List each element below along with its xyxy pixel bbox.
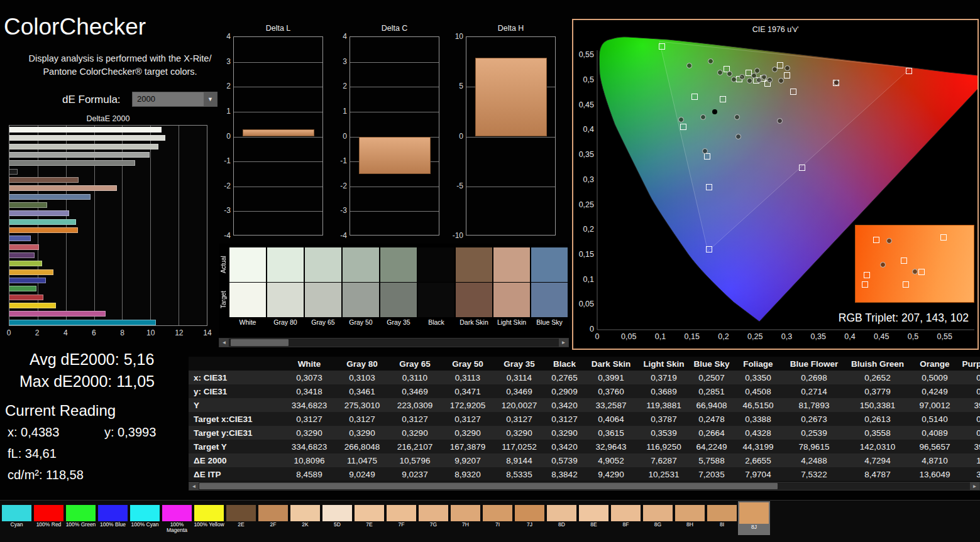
patch-strip-scrollbar[interactable]: ◄► bbox=[219, 338, 569, 347]
pattern-tile-100-blue[interactable]: 100% Blue bbox=[97, 504, 129, 535]
delta-bar bbox=[475, 58, 547, 136]
tile-label: 8D bbox=[546, 522, 578, 528]
table-row: x: CIE310,30730,31030,31100,31130,31140,… bbox=[189, 371, 980, 384]
pattern-tile-cyan[interactable]: Cyan bbox=[1, 504, 33, 535]
inset-target-point bbox=[940, 234, 947, 241]
pattern-tile-2k[interactable]: 2K bbox=[289, 504, 321, 535]
description-text: Display analysis is performed with the X… bbox=[18, 52, 223, 79]
patch-cell[interactable]: Black bbox=[418, 247, 454, 327]
target-point bbox=[777, 62, 783, 68]
scroll-left-arrow[interactable]: ◄ bbox=[219, 339, 229, 347]
deltae-bar bbox=[9, 127, 162, 133]
pattern-tile-8f[interactable]: 8F bbox=[610, 504, 642, 535]
pattern-tile-8e[interactable]: 8E bbox=[578, 504, 610, 535]
target-swatch bbox=[493, 283, 530, 317]
table-cell: 78,9615 bbox=[783, 440, 845, 453]
table-scrollbar[interactable]: ◄► bbox=[189, 482, 980, 491]
axis-tick-label: 10 bbox=[448, 32, 463, 41]
table-cell: 39,7741 bbox=[959, 398, 980, 412]
deltae-bar bbox=[9, 185, 117, 191]
patch-label: Gray 80 bbox=[267, 318, 304, 327]
table-row: Target Y334,6823266,8048216,2107167,3879… bbox=[189, 440, 980, 453]
pattern-tile-100-red[interactable]: 100% Red bbox=[33, 504, 65, 535]
tile-label: 100% Yellow bbox=[193, 522, 225, 528]
pattern-tile-2f[interactable]: 2F bbox=[257, 504, 289, 535]
tile-label: 8J bbox=[738, 524, 770, 530]
patch-cell[interactable]: Gray 50 bbox=[343, 247, 379, 327]
pattern-tile-2e[interactable]: 2E bbox=[225, 504, 257, 535]
pattern-tile-7i[interactable]: 7I bbox=[482, 504, 514, 535]
table-cell: 4,2488 bbox=[783, 453, 845, 467]
patch-label: White bbox=[229, 318, 266, 327]
table-cell: 33,2587 bbox=[585, 398, 637, 412]
scroll-thumb[interactable] bbox=[199, 483, 778, 489]
target-point bbox=[706, 184, 712, 190]
cie-inset-zoom bbox=[855, 225, 974, 303]
pattern-tile-8g[interactable]: 8G bbox=[642, 504, 674, 535]
table-cell: 0,3110 bbox=[388, 371, 441, 384]
table-cell: 0,4249 bbox=[910, 384, 959, 398]
patch-cell[interactable]: Light Skin bbox=[493, 247, 530, 327]
pattern-tile-7j[interactable]: 7J bbox=[514, 504, 546, 535]
table-cell: 0,3290 bbox=[388, 426, 441, 440]
de-formula-label: dE Formula: bbox=[62, 94, 121, 106]
chevron-down-icon: ▼ bbox=[204, 92, 217, 106]
patch-cell[interactable]: Blue Sky bbox=[531, 247, 568, 327]
column-header: Black bbox=[544, 357, 585, 371]
pattern-tile-8h[interactable]: 8H bbox=[674, 504, 706, 535]
deltae-bar bbox=[9, 202, 47, 208]
tile-swatch bbox=[419, 505, 448, 521]
table-cell: 8,9144 bbox=[494, 453, 544, 467]
table-cell: 10,2531 bbox=[637, 467, 690, 481]
axis-tick-label: 0 bbox=[332, 132, 347, 141]
pattern-tile-100-cyan[interactable]: 100% Cyan bbox=[129, 504, 161, 535]
table-cell: 0,2613 bbox=[845, 412, 910, 426]
scroll-right-arrow[interactable]: ► bbox=[970, 482, 979, 490]
pattern-tile-7g[interactable]: 7G bbox=[417, 504, 449, 535]
target-point bbox=[790, 89, 796, 95]
inset-measured-point bbox=[886, 238, 892, 244]
pattern-tile-7f[interactable]: 7F bbox=[385, 504, 417, 535]
pattern-tile-8j[interactable]: 8J bbox=[738, 501, 770, 535]
table-cell: 0,2123 bbox=[959, 412, 980, 426]
patch-cell[interactable]: Gray 65 bbox=[305, 247, 341, 327]
column-header: Gray 35 bbox=[494, 357, 544, 371]
scroll-left-arrow[interactable]: ◄ bbox=[189, 482, 199, 490]
delta-bar bbox=[359, 137, 431, 174]
pattern-tile-8d[interactable]: 8D bbox=[546, 504, 578, 535]
tile-label: 7F bbox=[385, 522, 417, 528]
measured-point bbox=[731, 77, 737, 82]
table-cell: 275,3010 bbox=[336, 398, 388, 412]
pattern-tile-5d[interactable]: 5D bbox=[321, 504, 353, 535]
patch-label: Gray 35 bbox=[380, 318, 417, 327]
gridline bbox=[234, 137, 322, 138]
tile-label: 2F bbox=[257, 522, 289, 528]
scroll-right-arrow[interactable]: ► bbox=[559, 339, 568, 347]
patch-cell[interactable]: Dark Skin bbox=[456, 247, 492, 327]
actual-swatch bbox=[380, 247, 417, 282]
pattern-tile-100-green[interactable]: 100% Green bbox=[65, 504, 97, 535]
table-cell: 266,8048 bbox=[336, 440, 388, 453]
pattern-tile-8i[interactable]: 8I bbox=[706, 504, 738, 535]
row-label: Target x:CIE31 bbox=[189, 412, 283, 426]
scroll-thumb[interactable] bbox=[231, 339, 289, 346]
table-cell: 0,3127 bbox=[441, 412, 494, 426]
tile-swatch bbox=[451, 505, 480, 521]
actual-swatch bbox=[343, 247, 379, 282]
pattern-tile-7e[interactable]: 7E bbox=[353, 504, 385, 535]
table-cell: 9,0237 bbox=[388, 467, 441, 481]
gridline bbox=[234, 161, 322, 162]
row-label: y: CIE31 bbox=[189, 384, 283, 398]
table-cell: 0,3469 bbox=[388, 384, 441, 398]
patch-cell[interactable]: Gray 80 bbox=[267, 247, 304, 327]
pattern-tile-100-magenta[interactable]: 100% Magenta bbox=[161, 504, 193, 535]
patch-cell[interactable]: White bbox=[229, 247, 266, 327]
de-formula-dropdown[interactable]: 2000 ▼ bbox=[132, 92, 217, 107]
tile-label: 100% Magenta bbox=[161, 522, 193, 534]
patch-cells: WhiteGray 80Gray 65Gray 50Gray 35BlackDa… bbox=[229, 247, 568, 327]
pattern-tile-7h[interactable]: 7H bbox=[449, 504, 482, 535]
y-axis-ticks: 43210-1-2-3-4 bbox=[216, 36, 231, 236]
table-cell: 172,9205 bbox=[441, 398, 494, 412]
patch-cell[interactable]: Gray 35 bbox=[380, 247, 417, 327]
pattern-tile-100-yellow[interactable]: 100% Yellow bbox=[193, 504, 225, 535]
